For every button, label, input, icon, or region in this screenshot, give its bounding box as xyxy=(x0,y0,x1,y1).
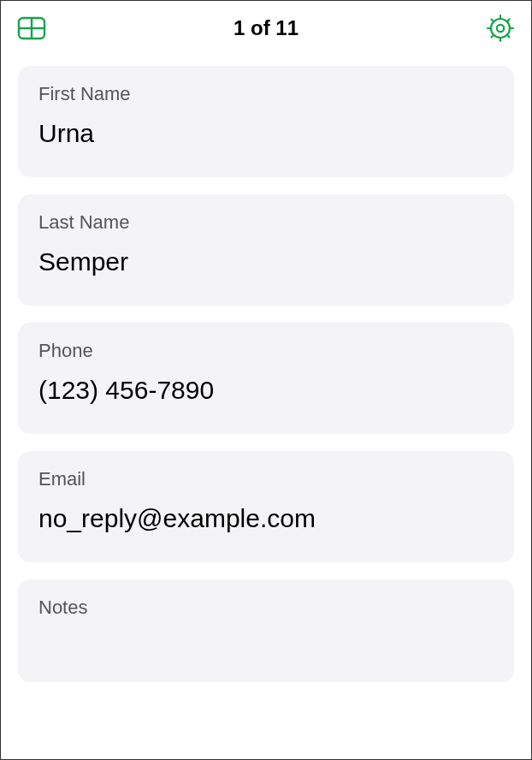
field-label: Last Name xyxy=(38,211,494,234)
field-value: Semper xyxy=(38,246,494,278)
grid-icon xyxy=(17,16,46,40)
field-card-notes[interactable]: Notes xyxy=(18,579,514,682)
header-toolbar: 1 of 11 xyxy=(1,1,531,56)
svg-line-11 xyxy=(507,20,510,22)
field-card-first-name[interactable]: First Name Urna xyxy=(18,66,514,177)
field-label: First Name xyxy=(38,83,494,105)
field-label: Notes xyxy=(38,597,494,619)
field-label: Email xyxy=(38,468,494,490)
field-label: Phone xyxy=(38,340,494,362)
field-card-email[interactable]: Email no_reply@example.com xyxy=(18,451,514,562)
field-card-last-name[interactable]: Last Name Semper xyxy=(18,194,514,306)
settings-button[interactable] xyxy=(485,13,516,44)
grid-view-button[interactable] xyxy=(16,13,47,44)
svg-point-4 xyxy=(497,25,504,32)
field-value: (123) 456-7890 xyxy=(38,374,494,407)
record-detail: First Name Urna Last Name Semper Phone (… xyxy=(1,56,531,682)
field-value: no_reply@example.com xyxy=(38,502,494,535)
record-counter: 1 of 11 xyxy=(233,16,299,40)
field-card-phone[interactable]: Phone (123) 456-7890 xyxy=(18,323,514,434)
svg-line-9 xyxy=(492,20,494,22)
gear-icon xyxy=(486,14,515,43)
svg-line-10 xyxy=(507,35,510,38)
field-value: Urna xyxy=(38,117,494,150)
svg-line-12 xyxy=(492,35,494,38)
